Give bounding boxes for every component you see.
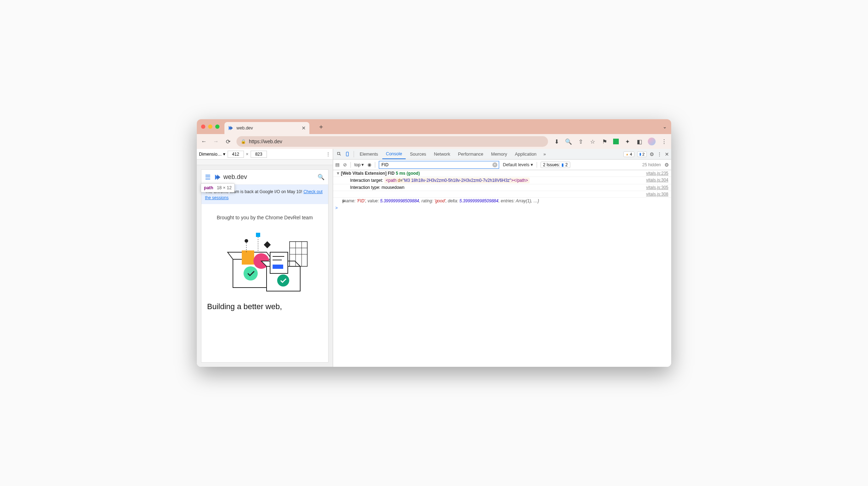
webdev-mark-icon: [214, 174, 221, 181]
hidden-messages[interactable]: 25 hidden: [642, 162, 661, 167]
log-line-type: Interaction type: mousedown vitals.js:30…: [333, 184, 671, 191]
devtools-settings-icon[interactable]: ⚙: [650, 151, 654, 157]
source-link[interactable]: vitals.js:235: [643, 171, 668, 176]
console-output: ▼ [Web Vitals Extension] FID 5 ms (good)…: [333, 170, 671, 367]
device-viewport-pane: Dimensio… ▾ × ⋮ ☰ web.dev 🔍: [197, 149, 333, 367]
console-settings-icon[interactable]: ⚙: [664, 162, 669, 168]
url-text: https://web.dev: [249, 139, 282, 144]
url-input[interactable]: 🔒 https://web.dev: [236, 136, 548, 147]
log-line-link-only: vitals.js:308: [333, 191, 671, 198]
console-sidebar-toggle-icon[interactable]: ▤: [335, 162, 339, 167]
emulated-viewport: ☰ web.dev 🔍 path 18 × 12: [197, 165, 333, 367]
bookmark-icon[interactable]: ☆: [589, 138, 596, 145]
webdev-favicon-icon: [228, 125, 234, 131]
svg-point-4: [244, 266, 258, 280]
issues-button[interactable]: 2 Issues: ▮ 2: [541, 162, 570, 168]
log-group-header[interactable]: ▼ [Web Vitals Extension] FID 5 ms (good)…: [333, 170, 671, 177]
source-link[interactable]: vitals.js:308: [643, 192, 668, 197]
source-link[interactable]: vitals.js:305: [643, 185, 668, 190]
extensions-puzzle-icon[interactable]: ✦: [624, 138, 631, 145]
lock-icon: 🔒: [241, 139, 246, 144]
site-name: web.dev: [223, 173, 247, 181]
flag-icon[interactable]: ⚑: [601, 138, 608, 145]
svg-point-18: [245, 239, 248, 243]
console-prompt[interactable]: >: [333, 204, 671, 212]
brought-by-text: Brought to you by the Chrome DevRel team: [201, 204, 328, 224]
info-badge[interactable]: 2: [637, 151, 647, 157]
sidepanel-icon[interactable]: ◧: [636, 138, 643, 145]
tab-console[interactable]: Console: [382, 149, 406, 159]
log-object[interactable]: ▶ {name: 'FID', value: 5.399999998509884…: [333, 198, 671, 204]
boxes-illustration-icon: [215, 227, 314, 298]
tab-elements[interactable]: Elements: [356, 149, 382, 159]
live-expression-icon[interactable]: ◉: [367, 162, 371, 167]
tab-network[interactable]: Network: [430, 149, 454, 159]
extension-icon[interactable]: [613, 139, 619, 144]
reload-button[interactable]: ⟳: [224, 138, 232, 145]
console-filter-input[interactable]: [379, 161, 499, 169]
devtools-close-icon[interactable]: ✕: [665, 151, 669, 157]
tab-close-icon[interactable]: ✕: [302, 125, 306, 131]
svg-rect-8: [270, 252, 288, 273]
close-window-button[interactable]: [201, 125, 205, 129]
site-logo[interactable]: web.dev: [214, 173, 247, 181]
forward-button[interactable]: →: [212, 138, 219, 145]
browser-window: web.dev ✕ ＋ ⌄ ← → ⟳ 🔒 https://web.dev ⬇ …: [197, 119, 671, 367]
log-levels-selector[interactable]: Default levels ▾: [503, 162, 533, 167]
search-icon[interactable]: 🔍: [318, 174, 325, 180]
back-button[interactable]: ←: [200, 138, 207, 145]
minimize-window-button[interactable]: [208, 125, 212, 129]
dimensions-dropdown[interactable]: Dimensio… ▾: [199, 151, 225, 157]
tab-application[interactable]: Application: [511, 149, 540, 159]
warnings-badge[interactable]: 4: [623, 151, 634, 157]
share-icon[interactable]: ⇧: [577, 138, 584, 145]
mobile-page: ☰ web.dev 🔍 path 18 × 12: [201, 169, 329, 363]
tab-overflow-icon[interactable]: ⌄: [663, 124, 667, 129]
svg-rect-19: [264, 241, 271, 248]
width-input[interactable]: [228, 151, 244, 158]
device-toggle-icon[interactable]: [344, 151, 352, 157]
tab-performance[interactable]: Performance: [455, 149, 487, 159]
svg-rect-2: [242, 250, 254, 265]
zoom-icon[interactable]: 🔍: [565, 138, 572, 145]
clear-filter-icon[interactable]: ✕: [492, 162, 497, 167]
tab-strip: web.dev ✕ ＋ ⌄: [197, 119, 671, 134]
inspect-element-icon[interactable]: [335, 151, 343, 157]
profile-avatar[interactable]: [648, 138, 656, 145]
devtools-menu-icon[interactable]: ⋮: [657, 151, 662, 157]
tab-title: web.dev: [236, 126, 299, 131]
maximize-window-button[interactable]: [215, 125, 219, 129]
main-area: Dimensio… ▾ × ⋮ ☰ web.dev 🔍: [197, 149, 671, 367]
downloads-icon[interactable]: ⬇: [553, 138, 560, 145]
dimensions-toolbar: Dimensio… ▾ × ⋮: [197, 149, 333, 160]
tooltip-size: 18 × 12: [217, 185, 232, 190]
element-preview[interactable]: <path d="M3 18h18v-2H3v2zm0-5h18v-2H3v2z…: [384, 178, 530, 183]
new-tab-button[interactable]: ＋: [318, 122, 324, 131]
height-input[interactable]: [251, 151, 267, 158]
expand-arrow-icon[interactable]: ▶: [336, 198, 342, 203]
tabs-overflow-icon[interactable]: »: [541, 152, 549, 157]
ruler: [197, 160, 333, 165]
clear-console-icon[interactable]: ⊘: [343, 162, 347, 167]
hero-headline: Building a better web,: [201, 302, 328, 316]
element-inspect-tooltip: path 18 × 12: [201, 183, 235, 192]
log-line-target: Interaction target: <path d="M3 18h18v-2…: [333, 177, 671, 184]
tab-memory[interactable]: Memory: [487, 149, 510, 159]
context-selector[interactable]: top ▾: [354, 162, 364, 167]
device-more-icon[interactable]: ⋮: [326, 151, 331, 157]
address-bar: ← → ⟳ 🔒 https://web.dev ⬇ 🔍 ⇧ ☆ ⚑ ✦ ◧ ⋮: [197, 134, 671, 149]
expand-arrow-icon[interactable]: ▼: [336, 171, 341, 176]
tab-sources[interactable]: Sources: [406, 149, 430, 159]
tooltip-tag: path: [204, 185, 213, 190]
source-link[interactable]: vitals.js:304: [643, 178, 668, 183]
console-toolbar: ▤ ⊘ top ▾ ◉ ✕ Default levels ▾ 2 Issues:…: [333, 160, 671, 170]
chrome-menu-icon[interactable]: ⋮: [661, 138, 668, 145]
svg-rect-11: [273, 265, 283, 269]
browser-tab[interactable]: web.dev ✕: [224, 122, 309, 134]
hero-illustration: [201, 224, 328, 302]
svg-rect-22: [346, 152, 348, 156]
devtools-pane: Elements Console Sources Network Perform…: [333, 149, 671, 367]
toolbar-right: ⬇ 🔍 ⇧ ☆ ⚑ ✦ ◧ ⋮: [553, 138, 668, 145]
menu-icon[interactable]: ☰: [205, 173, 211, 181]
dimension-separator: ×: [246, 152, 249, 157]
